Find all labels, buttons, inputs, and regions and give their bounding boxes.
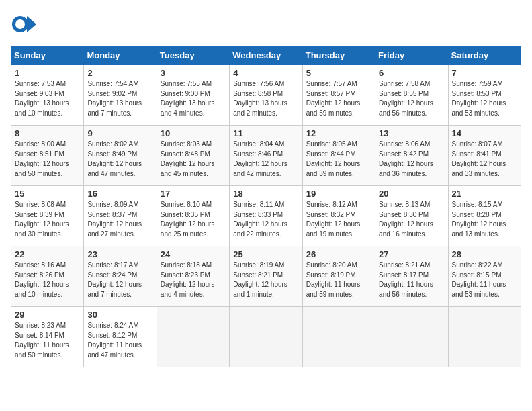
calendar-cell: 13Sunrise: 8:06 AM Sunset: 8:42 PM Dayli…: [375, 126, 448, 186]
day-number: 29: [15, 310, 80, 320]
day-number: 11: [233, 128, 298, 138]
day-info: Sunrise: 7:59 AM Sunset: 8:53 PM Dayligh…: [452, 79, 517, 118]
day-info: Sunrise: 8:13 AM Sunset: 8:30 PM Dayligh…: [379, 200, 444, 239]
calendar-header-row: Sunday Monday Tuesday Wednesday Thursday…: [11, 46, 521, 65]
calendar-week-row: 8Sunrise: 8:00 AM Sunset: 8:51 PM Daylig…: [11, 126, 521, 186]
day-info: Sunrise: 8:19 AM Sunset: 8:21 PM Dayligh…: [233, 261, 298, 300]
calendar-cell: 20Sunrise: 8:13 AM Sunset: 8:30 PM Dayli…: [375, 186, 448, 246]
col-saturday: Saturday: [448, 46, 521, 65]
calendar-cell: 9Sunrise: 8:02 AM Sunset: 8:49 PM Daylig…: [84, 126, 157, 186]
day-info: Sunrise: 8:23 AM Sunset: 8:14 PM Dayligh…: [15, 321, 80, 360]
page-header: [11, 11, 521, 38]
calendar-cell: 17Sunrise: 8:10 AM Sunset: 8:35 PM Dayli…: [157, 186, 229, 246]
day-info: Sunrise: 8:05 AM Sunset: 8:44 PM Dayligh…: [306, 140, 371, 179]
calendar-cell: 3Sunrise: 7:55 AM Sunset: 9:00 PM Daylig…: [157, 65, 229, 126]
day-number: 9: [87, 128, 152, 138]
day-number: 27: [379, 249, 444, 259]
calendar-cell: 15Sunrise: 8:08 AM Sunset: 8:39 PM Dayli…: [11, 186, 84, 246]
calendar-cell: 24Sunrise: 8:18 AM Sunset: 8:23 PM Dayli…: [157, 246, 229, 307]
calendar-cell: 8Sunrise: 8:00 AM Sunset: 8:51 PM Daylig…: [11, 126, 84, 186]
day-info: Sunrise: 8:07 AM Sunset: 8:41 PM Dayligh…: [452, 140, 517, 179]
day-info: Sunrise: 8:18 AM Sunset: 8:23 PM Dayligh…: [161, 261, 226, 300]
day-number: 30: [87, 310, 152, 320]
day-number: 6: [379, 68, 444, 78]
day-info: Sunrise: 8:16 AM Sunset: 8:26 PM Dayligh…: [15, 261, 80, 300]
calendar-cell: [448, 307, 521, 367]
day-number: 28: [452, 249, 517, 259]
day-number: 5: [306, 68, 371, 78]
calendar-cell: 30Sunrise: 8:24 AM Sunset: 8:12 PM Dayli…: [84, 307, 157, 367]
day-info: Sunrise: 7:53 AM Sunset: 9:03 PM Dayligh…: [15, 79, 80, 118]
calendar-week-row: 15Sunrise: 8:08 AM Sunset: 8:39 PM Dayli…: [11, 186, 521, 246]
day-number: 7: [452, 68, 517, 78]
day-info: Sunrise: 7:55 AM Sunset: 9:00 PM Dayligh…: [161, 79, 226, 118]
calendar-week-row: 1Sunrise: 7:53 AM Sunset: 9:03 PM Daylig…: [11, 65, 521, 126]
day-info: Sunrise: 8:15 AM Sunset: 8:28 PM Dayligh…: [452, 200, 517, 239]
calendar-week-row: 22Sunrise: 8:16 AM Sunset: 8:26 PM Dayli…: [11, 246, 521, 307]
day-info: Sunrise: 8:03 AM Sunset: 8:48 PM Dayligh…: [161, 140, 226, 179]
calendar-cell: 4Sunrise: 7:56 AM Sunset: 8:58 PM Daylig…: [230, 65, 302, 126]
day-number: 21: [452, 189, 517, 199]
calendar-cell: 22Sunrise: 8:16 AM Sunset: 8:26 PM Dayli…: [11, 246, 84, 307]
col-monday: Monday: [84, 46, 157, 65]
day-number: 23: [87, 249, 152, 259]
calendar-cell: 27Sunrise: 8:21 AM Sunset: 8:17 PM Dayli…: [375, 246, 448, 307]
calendar-cell: 7Sunrise: 7:59 AM Sunset: 8:53 PM Daylig…: [448, 65, 521, 126]
day-number: 22: [15, 249, 80, 259]
day-number: 26: [306, 249, 371, 259]
day-info: Sunrise: 8:00 AM Sunset: 8:51 PM Dayligh…: [15, 140, 80, 179]
calendar-cell: 18Sunrise: 8:11 AM Sunset: 8:33 PM Dayli…: [230, 186, 302, 246]
day-info: Sunrise: 8:22 AM Sunset: 8:15 PM Dayligh…: [452, 261, 517, 300]
calendar-cell: 1Sunrise: 7:53 AM Sunset: 9:03 PM Daylig…: [11, 65, 84, 126]
day-info: Sunrise: 8:10 AM Sunset: 8:35 PM Dayligh…: [161, 200, 226, 239]
day-number: 19: [306, 189, 371, 199]
day-number: 17: [161, 189, 226, 199]
day-info: Sunrise: 8:20 AM Sunset: 8:19 PM Dayligh…: [306, 261, 371, 300]
day-number: 8: [15, 128, 80, 138]
day-number: 25: [233, 249, 298, 259]
calendar-cell: 14Sunrise: 8:07 AM Sunset: 8:41 PM Dayli…: [448, 126, 521, 186]
day-number: 13: [379, 128, 444, 138]
calendar-cell: 25Sunrise: 8:19 AM Sunset: 8:21 PM Dayli…: [230, 246, 302, 307]
calendar-cell: [302, 307, 375, 367]
day-number: 10: [161, 128, 226, 138]
calendar-cell: 23Sunrise: 8:17 AM Sunset: 8:24 PM Dayli…: [84, 246, 157, 307]
calendar-cell: 12Sunrise: 8:05 AM Sunset: 8:44 PM Dayli…: [302, 126, 375, 186]
day-number: 2: [87, 68, 152, 78]
calendar-cell: 6Sunrise: 7:58 AM Sunset: 8:55 PM Daylig…: [375, 65, 448, 126]
calendar-cell: 11Sunrise: 8:04 AM Sunset: 8:46 PM Dayli…: [230, 126, 302, 186]
day-info: Sunrise: 8:11 AM Sunset: 8:33 PM Dayligh…: [233, 200, 298, 239]
calendar-table: Sunday Monday Tuesday Wednesday Thursday…: [11, 46, 521, 367]
day-info: Sunrise: 8:02 AM Sunset: 8:49 PM Dayligh…: [87, 140, 152, 179]
calendar-cell: [230, 307, 302, 367]
svg-point-1: [15, 19, 25, 29]
day-number: 18: [233, 189, 298, 199]
day-number: 14: [452, 128, 517, 138]
day-number: 16: [87, 189, 152, 199]
col-wednesday: Wednesday: [230, 46, 302, 65]
calendar-cell: 19Sunrise: 8:12 AM Sunset: 8:32 PM Dayli…: [302, 186, 375, 246]
calendar-cell: 16Sunrise: 8:09 AM Sunset: 8:37 PM Dayli…: [84, 186, 157, 246]
day-info: Sunrise: 8:08 AM Sunset: 8:39 PM Dayligh…: [15, 200, 80, 239]
calendar-week-row: 29Sunrise: 8:23 AM Sunset: 8:14 PM Dayli…: [11, 307, 521, 367]
day-number: 4: [233, 68, 298, 78]
day-info: Sunrise: 7:56 AM Sunset: 8:58 PM Dayligh…: [233, 79, 298, 118]
day-info: Sunrise: 8:12 AM Sunset: 8:32 PM Dayligh…: [306, 200, 371, 239]
calendar-cell: [375, 307, 448, 367]
day-info: Sunrise: 8:06 AM Sunset: 8:42 PM Dayligh…: [379, 140, 444, 179]
col-thursday: Thursday: [302, 46, 375, 65]
col-friday: Friday: [375, 46, 448, 65]
calendar-cell: 28Sunrise: 8:22 AM Sunset: 8:15 PM Dayli…: [448, 246, 521, 307]
calendar-cell: 29Sunrise: 8:23 AM Sunset: 8:14 PM Dayli…: [11, 307, 84, 367]
day-number: 20: [379, 189, 444, 199]
calendar-cell: 26Sunrise: 8:20 AM Sunset: 8:19 PM Dayli…: [302, 246, 375, 307]
day-info: Sunrise: 8:21 AM Sunset: 8:17 PM Dayligh…: [379, 261, 444, 300]
calendar-cell: 5Sunrise: 7:57 AM Sunset: 8:57 PM Daylig…: [302, 65, 375, 126]
day-info: Sunrise: 7:54 AM Sunset: 9:02 PM Dayligh…: [87, 79, 152, 118]
day-info: Sunrise: 8:24 AM Sunset: 8:12 PM Dayligh…: [87, 321, 152, 360]
col-sunday: Sunday: [11, 46, 84, 65]
day-number: 3: [161, 68, 226, 78]
svg-marker-2: [27, 16, 36, 32]
day-info: Sunrise: 8:09 AM Sunset: 8:37 PM Dayligh…: [87, 200, 152, 239]
calendar-cell: 2Sunrise: 7:54 AM Sunset: 9:02 PM Daylig…: [84, 65, 157, 126]
